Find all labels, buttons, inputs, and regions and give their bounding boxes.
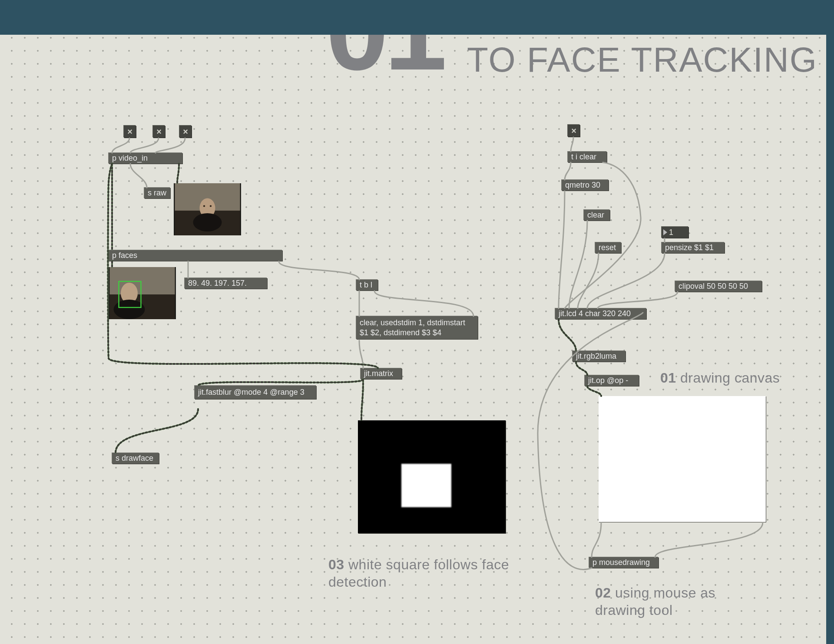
white-square bbox=[401, 464, 451, 507]
svg-point-3 bbox=[193, 213, 222, 231]
pensize-msg[interactable]: pensize $1 $1 bbox=[662, 242, 725, 253]
annotation-03: 03 white square follows face detection bbox=[328, 556, 511, 591]
svg-point-9 bbox=[114, 300, 145, 319]
qmetro[interactable]: qmetro 30 bbox=[562, 180, 609, 191]
jit-pwindow-mask[interactable] bbox=[358, 420, 506, 533]
clipoval-msg[interactable]: clipoval 50 50 50 50 bbox=[675, 281, 762, 292]
p-mousedrawing[interactable]: p mousedrawing bbox=[589, 557, 659, 568]
p-faces[interactable]: p faces bbox=[109, 250, 282, 261]
clear-usedstdim-message[interactable]: clear, usedstdim 1, dstdimstart $1 $2, d… bbox=[356, 316, 478, 339]
coords-message[interactable]: 89. 49. 197. 157. bbox=[185, 278, 267, 289]
jit-fastblur[interactable]: jit.fastblur @mode 4 @range 3 bbox=[195, 386, 316, 399]
s-raw[interactable]: s raw bbox=[144, 188, 170, 198]
annotation-01: 01 drawing canvas bbox=[660, 369, 817, 386]
svg-point-4 bbox=[203, 205, 205, 207]
toggle-3[interactable]: × bbox=[179, 125, 192, 138]
annotation-02: 02 using mouse as drawing tool bbox=[595, 584, 760, 619]
svg-rect-7 bbox=[110, 267, 175, 294]
pensize-numbox[interactable]: 1 bbox=[662, 227, 688, 238]
reset-msg[interactable]: reset bbox=[595, 242, 621, 253]
toggle-1[interactable]: × bbox=[124, 125, 136, 138]
svg-point-5 bbox=[210, 205, 212, 207]
t-b-l[interactable]: t b l bbox=[356, 280, 378, 291]
patch-canvas: × × × p video_in s raw p faces 89. 49. 1… bbox=[0, 0, 834, 644]
jit-pwindow-canvas[interactable] bbox=[599, 396, 766, 522]
toggle-right[interactable]: × bbox=[568, 125, 580, 137]
jit-rgb2luma[interactable]: jit.rgb2luma bbox=[573, 351, 626, 362]
jit-matrix[interactable]: jit.matrix bbox=[361, 368, 402, 379]
t-i-clear[interactable]: t i clear bbox=[568, 152, 607, 162]
clear-msg[interactable]: clear bbox=[584, 210, 610, 221]
jit-op[interactable]: jit.op @op - bbox=[585, 375, 639, 386]
toggle-2[interactable]: × bbox=[153, 125, 165, 138]
webcam-preview-2 bbox=[109, 267, 176, 319]
p-video-in[interactable]: p video_in bbox=[109, 153, 182, 164]
webcam-preview-1 bbox=[174, 183, 241, 235]
jit-lcd[interactable]: jit.lcd 4 char 320 240 bbox=[555, 308, 646, 319]
s-drawface[interactable]: s drawface bbox=[112, 453, 159, 464]
